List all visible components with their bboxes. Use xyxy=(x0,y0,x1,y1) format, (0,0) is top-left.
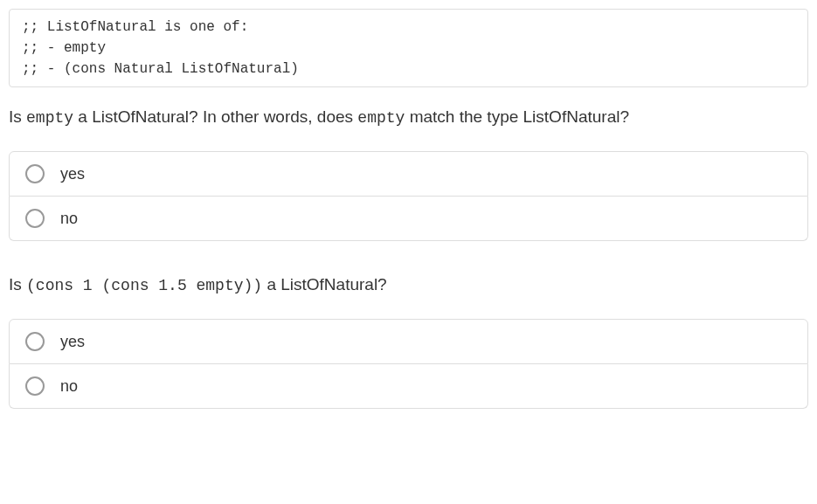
radio-icon xyxy=(25,209,45,228)
question-1-option-no[interactable]: no xyxy=(9,197,808,241)
code-definition-block: ;; ListOfNatural is one of: ;; - empty ;… xyxy=(9,9,808,87)
question-1-mid: a ListOfNatural? In other words, does xyxy=(73,107,357,126)
question-2-mid: a ListOfNatural? xyxy=(262,275,387,293)
question-1-code1: empty xyxy=(26,109,73,127)
question-2-text: Is (cons 1 (cons 1.5 empty)) a ListOfNat… xyxy=(9,273,808,298)
question-1-prefix: Is xyxy=(9,107,26,126)
radio-icon xyxy=(25,332,45,351)
question-1-option-yes[interactable]: yes xyxy=(9,151,808,197)
question-2-options: yes no xyxy=(9,319,808,409)
question-1-options: yes no xyxy=(9,151,808,241)
question-2-prefix: Is xyxy=(9,275,26,293)
question-2-code1: (cons 1 (cons 1.5 empty)) xyxy=(26,277,262,294)
question-1-text: Is empty a ListOfNatural? In other words… xyxy=(9,105,808,130)
question-2-option-no[interactable]: no xyxy=(9,364,808,409)
option-label: no xyxy=(60,377,78,396)
option-label: yes xyxy=(60,333,85,351)
option-label: yes xyxy=(60,165,85,183)
question-1-code2: empty xyxy=(357,109,405,127)
radio-icon xyxy=(25,376,45,396)
option-label: no xyxy=(60,210,78,228)
question-2-option-yes[interactable]: yes xyxy=(9,319,808,364)
question-1-suffix: match the type ListOfNatural? xyxy=(405,107,629,126)
radio-icon xyxy=(25,164,45,183)
